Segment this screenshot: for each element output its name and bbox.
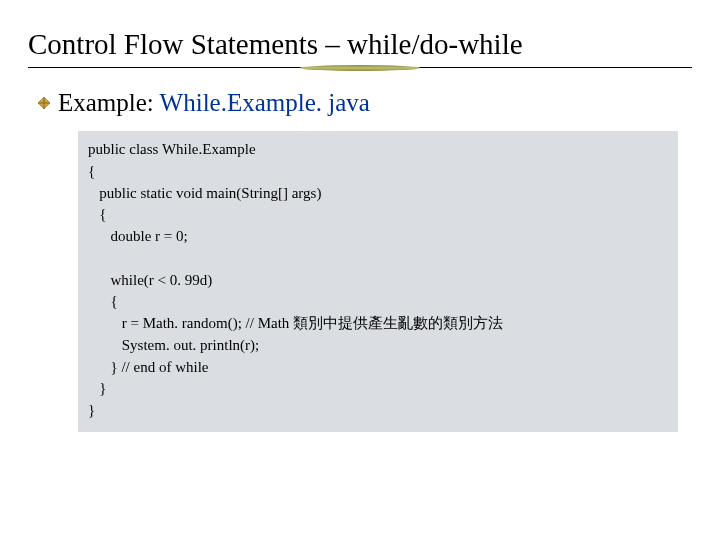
code-line: { — [88, 293, 118, 309]
bullet-text: Example: While.Example. java — [58, 89, 370, 117]
code-block: public class While.Example { public stat… — [78, 131, 678, 432]
code-line: double r = 0; — [88, 228, 188, 244]
diamond-bullet-icon — [36, 95, 52, 111]
code-line: public static void main(String[] args) — [88, 185, 321, 201]
code-line: } — [88, 402, 95, 418]
code-line: } // end of while — [88, 359, 209, 375]
code-line: while(r < 0. 99d) — [88, 272, 212, 288]
code-line: System. out. println(r); — [88, 337, 259, 353]
bullet-filename: While.Example. java — [160, 89, 370, 116]
code-line: public class While.Example — [88, 141, 256, 157]
code-line: { — [88, 163, 95, 179]
code-line: } — [88, 380, 106, 396]
page-title: Control Flow Statements – while/do-while — [28, 28, 692, 61]
code-line: r = Math. random(); // Math 類別中提供產生亂數的類別… — [88, 315, 503, 331]
bullet-prefix: Example: — [58, 89, 160, 116]
code-line: { — [88, 206, 106, 222]
title-underline — [28, 67, 692, 71]
bullet-item: Example: While.Example. java — [36, 89, 692, 117]
